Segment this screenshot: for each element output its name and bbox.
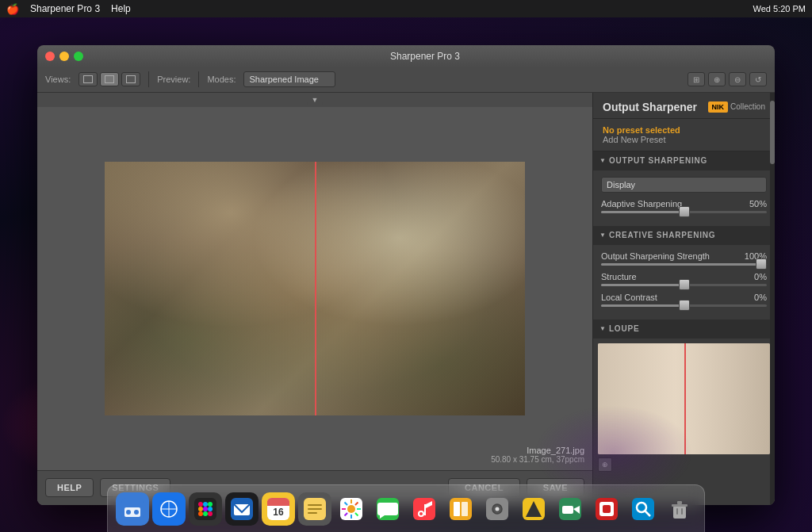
svg-rect-42 [424,504,426,515]
window-title: Sharpener Pro 3 [83,51,767,62]
structure-row: Structure 0% [601,272,767,286]
svg-rect-52 [562,506,573,514]
dock-icon-messages[interactable] [371,492,404,526]
close-button[interactable] [45,52,55,61]
svg-rect-25 [308,504,322,506]
structure-fill [601,284,684,286]
menubar-app[interactable]: Sharpener Pro 3 [30,3,100,14]
toolbar-icon-4[interactable]: ↺ [749,72,767,86]
preview-image [105,162,525,415]
creative-sharpening-header[interactable]: ▼ CREATIVE SHARPENING [593,226,775,245]
preview-arrow[interactable]: ▼ [307,94,323,105]
no-preset-text: No preset selected [603,125,765,135]
dock-icon-nik[interactable] [517,492,550,526]
image-filename: Image_271.jpg [491,446,584,455]
output-sharpening-header[interactable]: ▼ OUTPUT SHARPENING [593,151,775,170]
image-info: Image_271.jpg 50.80 x 31.75 cm, 37ppcm [491,446,584,464]
menubar: 🍎 Sharpener Pro 3 Help Wed 5:20 PM [0,0,812,17]
local-contrast-fill [601,304,684,307]
loupe-target-icon[interactable]: ⊕ [598,457,612,472]
separator-2 [198,71,199,87]
dock-icon-capture[interactable] [553,492,587,526]
title-bar: Sharpener Pro 3 [37,45,775,67]
dock-icon-safari[interactable] [152,492,186,526]
help-button[interactable]: HELP [45,478,94,497]
view-btn-1[interactable] [79,72,98,86]
structure-track[interactable] [601,284,767,286]
svg-rect-33 [357,508,361,510]
maximize-button[interactable] [74,52,83,61]
local-contrast-value: 0% [754,293,767,302]
toolbar-icon-1[interactable]: ⊞ [688,72,705,86]
dock-icon-mail[interactable] [225,492,259,526]
toolbar-icon-2[interactable]: ⊕ [708,72,726,86]
preset-area: No preset selected Add New Preset [593,119,775,151]
structure-thumb[interactable] [679,279,690,290]
traffic-lights [45,52,83,61]
image-area: Image_271.jpg 50.80 x 31.75 cm, 37ppcm [37,107,592,470]
output-strength-fill [601,263,767,266]
menubar-help[interactable]: Help [111,3,131,14]
preview-label: Preview: [157,75,190,84]
dock-icon-notes[interactable] [298,492,331,526]
adaptive-sharpening-label: Adaptive Sharpening [601,199,682,209]
scroll-arrow-top: ▼ [37,93,592,107]
adaptive-sharpening-thumb[interactable] [679,206,690,217]
svg-rect-22 [267,501,289,506]
right-scrollbar-thumb[interactable] [770,101,775,164]
svg-rect-64 [681,508,683,515]
svg-point-10 [203,502,208,507]
svg-point-17 [208,511,213,516]
adaptive-sharpening-track[interactable] [601,211,767,213]
svg-rect-45 [462,502,468,516]
nik-badge: NIK [708,101,729,113]
dock-icon-unknown1[interactable] [590,492,623,526]
dock-icon-trash[interactable] [663,492,696,526]
dock-icon-calendar[interactable]: 16 [262,492,295,526]
local-contrast-row: Local Contrast 0% [601,293,767,307]
svg-point-41 [419,512,423,515]
view-btn-3[interactable] [121,72,140,86]
local-contrast-label: Local Contrast [601,293,657,302]
dock-icon-music[interactable] [408,492,441,526]
split-line [315,162,316,415]
creative-arrow-icon: ▼ [599,232,606,239]
dock-icon-launchpad[interactable] [189,492,222,526]
output-strength-row: Output Sharpening Strength 100% [601,251,767,266]
dock-icon-books[interactable] [444,492,477,526]
output-strength-track[interactable] [601,263,767,266]
display-dropdown-row: Display [601,177,767,193]
dock-icon-search[interactable] [626,492,660,526]
toolbar-icon-3[interactable]: ⊖ [729,72,746,86]
modes-select[interactable]: Sharpened Image [243,71,335,87]
loupe-header[interactable]: ▼ LOUPE [593,320,775,339]
svg-point-13 [203,507,208,511]
minimize-button[interactable] [59,52,69,61]
image-dimensions: 50.80 x 31.75 cm, 37ppcm [491,455,584,464]
loupe-content: ⊕ [593,339,775,477]
local-contrast-thumb[interactable] [679,300,690,311]
svg-rect-61 [672,504,688,507]
loupe-image [598,343,770,454]
display-dropdown[interactable]: Display [601,177,767,193]
creative-sharpening-section: ▼ CREATIVE SHARPENING Output Sharpening … [593,226,775,320]
dock-icon-finder[interactable] [116,492,149,526]
local-contrast-track[interactable] [601,304,767,307]
dock-icon-system-prefs[interactable] [481,492,514,526]
right-scrollbar[interactable] [770,93,775,505]
creative-sharpening-title: CREATIVE SHARPENING [609,231,715,239]
right-header: Output Sharpener NIK Collection [593,93,775,119]
add-preset-link[interactable]: Add New Preset [603,135,765,144]
apple-menu[interactable]: 🍎 [6,3,19,15]
app-window: Sharpener Pro 3 Views: Preview: Modes: [37,45,775,505]
output-strength-thumb[interactable] [756,258,767,270]
output-sharpening-title: OUTPUT SHARPENING [609,156,707,165]
view-btn-2[interactable] [100,72,119,86]
adaptive-sharpening-fill [601,211,684,213]
output-arrow-icon: ▼ [599,157,606,164]
dock-icon-photos[interactable] [335,492,368,526]
loupe-section: ▼ LOUPE ⊕ [593,320,775,477]
loupe-title: LOUPE [609,324,639,333]
loupe-split-line [684,343,686,454]
loupe-icon-row: ⊕ [598,457,770,472]
